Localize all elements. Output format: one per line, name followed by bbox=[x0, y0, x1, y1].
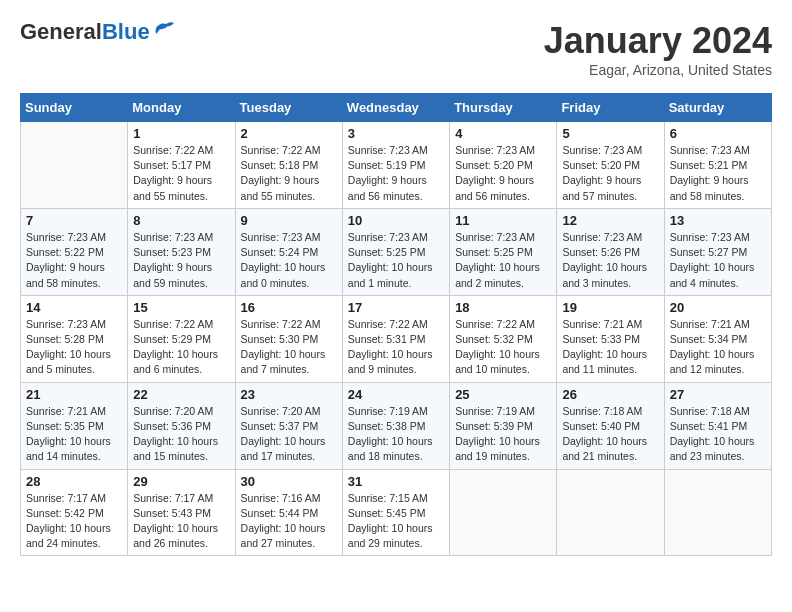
day-number: 7 bbox=[26, 213, 122, 228]
day-number: 11 bbox=[455, 213, 551, 228]
calendar-cell: 2Sunrise: 7:22 AM Sunset: 5:18 PM Daylig… bbox=[235, 122, 342, 209]
calendar-cell: 4Sunrise: 7:23 AM Sunset: 5:20 PM Daylig… bbox=[450, 122, 557, 209]
day-number: 26 bbox=[562, 387, 658, 402]
logo: GeneralBlue bbox=[20, 20, 176, 44]
logo-general: General bbox=[20, 19, 102, 44]
calendar-cell: 27Sunrise: 7:18 AM Sunset: 5:41 PM Dayli… bbox=[664, 382, 771, 469]
calendar-cell: 7Sunrise: 7:23 AM Sunset: 5:22 PM Daylig… bbox=[21, 208, 128, 295]
calendar-cell: 16Sunrise: 7:22 AM Sunset: 5:30 PM Dayli… bbox=[235, 295, 342, 382]
day-info: Sunrise: 7:23 AM Sunset: 5:22 PM Dayligh… bbox=[26, 230, 122, 291]
day-number: 30 bbox=[241, 474, 337, 489]
month-title: January 2024 bbox=[544, 20, 772, 62]
page-header: GeneralBlue January 2024 Eagar, Arizona,… bbox=[20, 20, 772, 78]
calendar-week-row: 28Sunrise: 7:17 AM Sunset: 5:42 PM Dayli… bbox=[21, 469, 772, 556]
calendar-cell: 3Sunrise: 7:23 AM Sunset: 5:19 PM Daylig… bbox=[342, 122, 449, 209]
day-number: 13 bbox=[670, 213, 766, 228]
calendar-cell: 9Sunrise: 7:23 AM Sunset: 5:24 PM Daylig… bbox=[235, 208, 342, 295]
title-area: January 2024 Eagar, Arizona, United Stat… bbox=[544, 20, 772, 78]
day-number: 20 bbox=[670, 300, 766, 315]
calendar-cell: 28Sunrise: 7:17 AM Sunset: 5:42 PM Dayli… bbox=[21, 469, 128, 556]
day-info: Sunrise: 7:23 AM Sunset: 5:27 PM Dayligh… bbox=[670, 230, 766, 291]
calendar-cell: 11Sunrise: 7:23 AM Sunset: 5:25 PM Dayli… bbox=[450, 208, 557, 295]
logo-bird-icon bbox=[154, 20, 176, 36]
calendar-cell: 18Sunrise: 7:22 AM Sunset: 5:32 PM Dayli… bbox=[450, 295, 557, 382]
day-number: 23 bbox=[241, 387, 337, 402]
calendar-week-row: 1Sunrise: 7:22 AM Sunset: 5:17 PM Daylig… bbox=[21, 122, 772, 209]
calendar-cell: 8Sunrise: 7:23 AM Sunset: 5:23 PM Daylig… bbox=[128, 208, 235, 295]
calendar-cell: 13Sunrise: 7:23 AM Sunset: 5:27 PM Dayli… bbox=[664, 208, 771, 295]
day-info: Sunrise: 7:23 AM Sunset: 5:25 PM Dayligh… bbox=[455, 230, 551, 291]
day-info: Sunrise: 7:22 AM Sunset: 5:31 PM Dayligh… bbox=[348, 317, 444, 378]
day-number: 31 bbox=[348, 474, 444, 489]
day-number: 8 bbox=[133, 213, 229, 228]
day-info: Sunrise: 7:20 AM Sunset: 5:36 PM Dayligh… bbox=[133, 404, 229, 465]
day-number: 6 bbox=[670, 126, 766, 141]
calendar-cell: 12Sunrise: 7:23 AM Sunset: 5:26 PM Dayli… bbox=[557, 208, 664, 295]
calendar-cell: 23Sunrise: 7:20 AM Sunset: 5:37 PM Dayli… bbox=[235, 382, 342, 469]
column-header-monday: Monday bbox=[128, 94, 235, 122]
calendar-cell: 1Sunrise: 7:22 AM Sunset: 5:17 PM Daylig… bbox=[128, 122, 235, 209]
day-number: 4 bbox=[455, 126, 551, 141]
day-number: 24 bbox=[348, 387, 444, 402]
calendar-cell: 20Sunrise: 7:21 AM Sunset: 5:34 PM Dayli… bbox=[664, 295, 771, 382]
calendar-week-row: 14Sunrise: 7:23 AM Sunset: 5:28 PM Dayli… bbox=[21, 295, 772, 382]
calendar-cell: 29Sunrise: 7:17 AM Sunset: 5:43 PM Dayli… bbox=[128, 469, 235, 556]
day-info: Sunrise: 7:23 AM Sunset: 5:24 PM Dayligh… bbox=[241, 230, 337, 291]
day-info: Sunrise: 7:19 AM Sunset: 5:39 PM Dayligh… bbox=[455, 404, 551, 465]
column-header-sunday: Sunday bbox=[21, 94, 128, 122]
calendar-cell: 19Sunrise: 7:21 AM Sunset: 5:33 PM Dayli… bbox=[557, 295, 664, 382]
day-number: 9 bbox=[241, 213, 337, 228]
calendar-cell bbox=[557, 469, 664, 556]
column-header-wednesday: Wednesday bbox=[342, 94, 449, 122]
day-number: 17 bbox=[348, 300, 444, 315]
calendar-cell: 24Sunrise: 7:19 AM Sunset: 5:38 PM Dayli… bbox=[342, 382, 449, 469]
calendar-table: SundayMondayTuesdayWednesdayThursdayFrid… bbox=[20, 93, 772, 556]
column-header-friday: Friday bbox=[557, 94, 664, 122]
calendar-cell: 26Sunrise: 7:18 AM Sunset: 5:40 PM Dayli… bbox=[557, 382, 664, 469]
day-number: 27 bbox=[670, 387, 766, 402]
day-number: 10 bbox=[348, 213, 444, 228]
calendar-cell: 10Sunrise: 7:23 AM Sunset: 5:25 PM Dayli… bbox=[342, 208, 449, 295]
day-info: Sunrise: 7:22 AM Sunset: 5:30 PM Dayligh… bbox=[241, 317, 337, 378]
day-number: 28 bbox=[26, 474, 122, 489]
day-info: Sunrise: 7:23 AM Sunset: 5:20 PM Dayligh… bbox=[562, 143, 658, 204]
logo-blue: Blue bbox=[102, 19, 150, 44]
day-number: 2 bbox=[241, 126, 337, 141]
day-info: Sunrise: 7:22 AM Sunset: 5:29 PM Dayligh… bbox=[133, 317, 229, 378]
calendar-cell: 14Sunrise: 7:23 AM Sunset: 5:28 PM Dayli… bbox=[21, 295, 128, 382]
day-info: Sunrise: 7:15 AM Sunset: 5:45 PM Dayligh… bbox=[348, 491, 444, 552]
calendar-cell: 31Sunrise: 7:15 AM Sunset: 5:45 PM Dayli… bbox=[342, 469, 449, 556]
location-subtitle: Eagar, Arizona, United States bbox=[544, 62, 772, 78]
day-info: Sunrise: 7:21 AM Sunset: 5:34 PM Dayligh… bbox=[670, 317, 766, 378]
day-info: Sunrise: 7:23 AM Sunset: 5:19 PM Dayligh… bbox=[348, 143, 444, 204]
day-number: 12 bbox=[562, 213, 658, 228]
column-header-thursday: Thursday bbox=[450, 94, 557, 122]
day-number: 5 bbox=[562, 126, 658, 141]
calendar-cell bbox=[450, 469, 557, 556]
calendar-cell bbox=[664, 469, 771, 556]
day-info: Sunrise: 7:20 AM Sunset: 5:37 PM Dayligh… bbox=[241, 404, 337, 465]
calendar-cell bbox=[21, 122, 128, 209]
day-info: Sunrise: 7:17 AM Sunset: 5:43 PM Dayligh… bbox=[133, 491, 229, 552]
calendar-cell: 30Sunrise: 7:16 AM Sunset: 5:44 PM Dayli… bbox=[235, 469, 342, 556]
day-info: Sunrise: 7:19 AM Sunset: 5:38 PM Dayligh… bbox=[348, 404, 444, 465]
day-number: 19 bbox=[562, 300, 658, 315]
calendar-cell: 15Sunrise: 7:22 AM Sunset: 5:29 PM Dayli… bbox=[128, 295, 235, 382]
day-info: Sunrise: 7:22 AM Sunset: 5:32 PM Dayligh… bbox=[455, 317, 551, 378]
day-number: 25 bbox=[455, 387, 551, 402]
calendar-cell: 5Sunrise: 7:23 AM Sunset: 5:20 PM Daylig… bbox=[557, 122, 664, 209]
day-info: Sunrise: 7:22 AM Sunset: 5:17 PM Dayligh… bbox=[133, 143, 229, 204]
day-number: 1 bbox=[133, 126, 229, 141]
calendar-cell: 21Sunrise: 7:21 AM Sunset: 5:35 PM Dayli… bbox=[21, 382, 128, 469]
day-info: Sunrise: 7:22 AM Sunset: 5:18 PM Dayligh… bbox=[241, 143, 337, 204]
day-info: Sunrise: 7:18 AM Sunset: 5:41 PM Dayligh… bbox=[670, 404, 766, 465]
day-info: Sunrise: 7:23 AM Sunset: 5:28 PM Dayligh… bbox=[26, 317, 122, 378]
calendar-cell: 17Sunrise: 7:22 AM Sunset: 5:31 PM Dayli… bbox=[342, 295, 449, 382]
day-number: 18 bbox=[455, 300, 551, 315]
logo-text: GeneralBlue bbox=[20, 20, 150, 44]
day-number: 21 bbox=[26, 387, 122, 402]
day-info: Sunrise: 7:23 AM Sunset: 5:20 PM Dayligh… bbox=[455, 143, 551, 204]
day-number: 14 bbox=[26, 300, 122, 315]
column-header-tuesday: Tuesday bbox=[235, 94, 342, 122]
day-info: Sunrise: 7:21 AM Sunset: 5:35 PM Dayligh… bbox=[26, 404, 122, 465]
